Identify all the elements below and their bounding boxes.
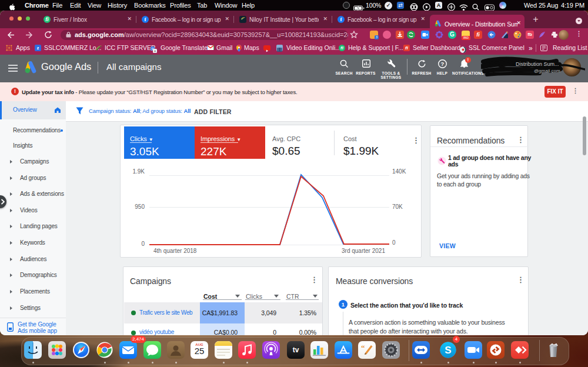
svg-text:S: S [445,345,451,356]
svg-text:“: “ [361,343,365,352]
